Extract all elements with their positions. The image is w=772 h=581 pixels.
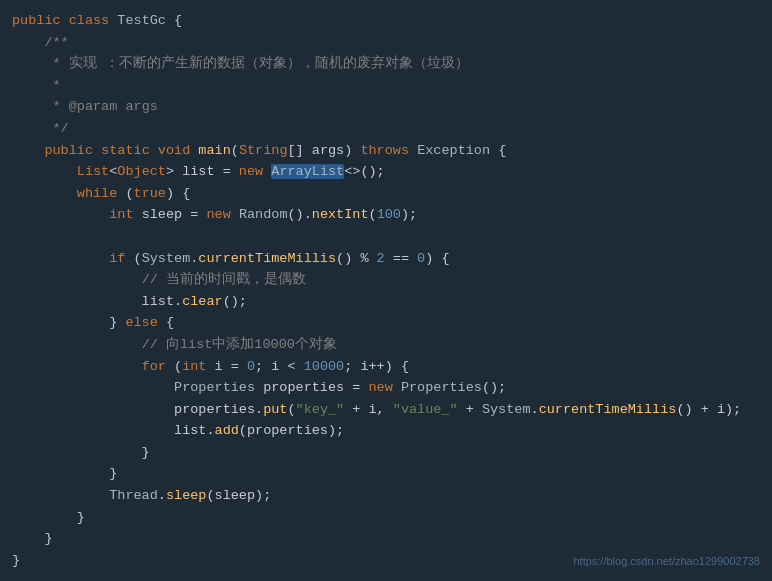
method-main: main — [198, 143, 230, 158]
code-line-17: for (int i = 0; i < 10000; i++) { — [12, 356, 772, 378]
code-line-9: while (true) { — [12, 183, 772, 205]
code-line-10: int sleep = new Random().nextInt(100); — [12, 204, 772, 226]
code-container: public class TestGc { /** * 实现 ：不断的产生新的数… — [0, 0, 772, 581]
watermark: https://blog.csdn.net/zhao1299002738 — [573, 553, 760, 571]
code-line-25: } — [12, 528, 772, 550]
class-system1: System — [142, 251, 191, 266]
num-10000: 10000 — [304, 359, 345, 374]
num-0: 0 — [417, 251, 425, 266]
class-properties1: Properties — [174, 380, 255, 395]
method-ctm2: currentTimeMillis — [539, 402, 677, 417]
keyword-true: true — [134, 186, 166, 201]
type-string: String — [239, 143, 288, 158]
code-line-13: // 当前的时间戳，是偶数 — [12, 269, 772, 291]
code-line-18: Properties properties = new Properties()… — [12, 377, 772, 399]
class-arraylist-highlighted: ArrayList — [271, 164, 344, 179]
keyword-new2: new — [206, 207, 230, 222]
comment-desc: * 实现 ：不断的产生新的数据（对象），随机的废弃对象（垃圾） — [53, 56, 469, 71]
type-object: Object — [117, 164, 166, 179]
code-line-1: public class TestGc { — [12, 10, 772, 32]
method-sleep: sleep — [166, 488, 207, 503]
method-nextint: nextInt — [312, 207, 369, 222]
code-line-19: properties.put("key_" + i, "value_" + Sy… — [12, 399, 772, 421]
keyword-new1: new — [239, 164, 263, 179]
keyword-static: static — [101, 143, 150, 158]
class-thread: Thread — [109, 488, 158, 503]
num-2: 2 — [377, 251, 385, 266]
comment-empty: * — [53, 78, 61, 93]
keyword-class: class — [69, 13, 110, 28]
comment-end: */ — [53, 121, 69, 136]
code-line-15: } else { — [12, 312, 772, 334]
keyword-throws: throws — [360, 143, 409, 158]
num-100: 100 — [377, 207, 401, 222]
keyword-int1: int — [109, 207, 133, 222]
code-line-22: } — [12, 463, 772, 485]
class-random: Random — [239, 207, 288, 222]
code-line-5: * @param args — [12, 96, 772, 118]
method-put: put — [263, 402, 287, 417]
code-line-3: * 实现 ：不断的产生新的数据（对象），随机的废弃对象（垃圾） — [12, 53, 772, 75]
string-value: "value_" — [393, 402, 458, 417]
code-line-14: list.clear(); — [12, 291, 772, 313]
code-line-11 — [12, 226, 772, 248]
comment-param: * @param args — [53, 99, 158, 114]
method-clear: clear — [182, 294, 223, 309]
keyword-else: else — [125, 315, 157, 330]
type-list: List — [77, 164, 109, 179]
code-line-12: if (System.currentTimeMillis() % 2 == 0)… — [12, 248, 772, 270]
code-line-20: list.add(properties); — [12, 420, 772, 442]
keyword-public: public — [12, 13, 61, 28]
class-exception: Exception — [417, 143, 490, 158]
code-line-6: */ — [12, 118, 772, 140]
method-ctm1: currentTimeMillis — [198, 251, 336, 266]
num-0b: 0 — [247, 359, 255, 374]
method-add: add — [215, 423, 239, 438]
keyword-for: for — [142, 359, 166, 374]
class-system2: System — [482, 402, 531, 417]
class-properties2: Properties — [401, 380, 482, 395]
code-line-21: } — [12, 442, 772, 464]
code-line-8: List<Object> list = new ArrayList<>(); — [12, 161, 772, 183]
keyword-while: while — [77, 186, 118, 201]
comment-add10000: // 向list中添加10000个对象 — [142, 337, 337, 352]
comment-javadoc-start: /** — [44, 35, 68, 50]
code-line-7: public static void main(String[] args) t… — [12, 140, 772, 162]
keyword-public2: public — [44, 143, 93, 158]
code-line-4: * — [12, 75, 772, 97]
comment-even: // 当前的时间戳，是偶数 — [142, 272, 306, 287]
keyword-int2: int — [182, 359, 206, 374]
keyword-if: if — [109, 251, 125, 266]
code-line-16: // 向list中添加10000个对象 — [12, 334, 772, 356]
string-key: "key_" — [296, 402, 345, 417]
code-line-23: Thread.sleep(sleep); — [12, 485, 772, 507]
code-line-2: /** — [12, 32, 772, 54]
keyword-void: void — [158, 143, 190, 158]
keyword-new3: new — [368, 380, 392, 395]
code-line-24: } — [12, 507, 772, 529]
class-name-testgc: TestGc — [117, 13, 166, 28]
